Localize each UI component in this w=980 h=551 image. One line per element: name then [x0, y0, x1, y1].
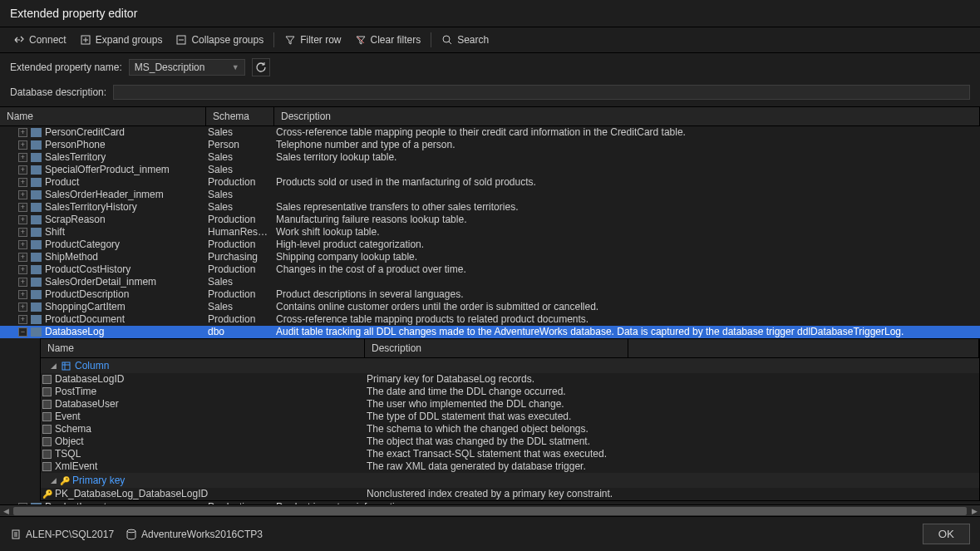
table-row[interactable]: +ShiftHumanResourcesWork shift lookup ta…: [0, 226, 980, 239]
table-row[interactable]: +ProductCostHistoryProductionChanges in …: [0, 263, 980, 276]
column-description[interactable]: The user who implemented the DDL change.: [365, 398, 979, 411]
column-row[interactable]: ObjectThe object that was changed by the…: [41, 435, 979, 448]
table-row[interactable]: +PersonPhonePersonTelephone number and t…: [0, 139, 980, 151]
expand-toggle-icon[interactable]: +: [18, 253, 27, 262]
clear-filters-button[interactable]: Clear filters: [348, 31, 428, 49]
table-description[interactable]: Products sold or used in the manfacturin…: [274, 176, 980, 189]
column-name: Object: [55, 435, 84, 448]
table-row[interactable]: +ShoppingCartItemSalesContains online cu…: [0, 301, 980, 313]
column-row[interactable]: XmlEventThe raw XML data generated by da…: [41, 460, 979, 473]
property-name-label: Extended property name:: [10, 61, 122, 73]
column-header-description[interactable]: Description: [274, 107, 980, 125]
expand-toggle-icon[interactable]: +: [18, 240, 27, 249]
horizontal-scrollbar[interactable]: ◀ ▶: [0, 504, 980, 516]
scroll-left-icon[interactable]: ◀: [0, 505, 12, 517]
table-row[interactable]: +ScrapReasonProductionManufacturing fail…: [0, 214, 980, 226]
table-row[interactable]: +SalesOrderHeader_inmemSales: [0, 189, 980, 201]
table-row[interactable]: +PersonCreditCardSalesCross-reference ta…: [0, 126, 980, 139]
expand-toggle-icon[interactable]: +: [18, 290, 27, 299]
property-name-select[interactable]: MS_Description ▼: [129, 59, 245, 76]
column-row[interactable]: DatabaseLogIDPrimary key for DatabaseLog…: [41, 373, 979, 386]
column-row[interactable]: TSQLThe exact Transact-SQL statement tha…: [41, 448, 979, 460]
expand-toggle-icon[interactable]: +: [18, 128, 27, 137]
filter-row-button[interactable]: Filter row: [278, 31, 347, 49]
group-header-column[interactable]: ◢Column: [41, 358, 979, 373]
column-description[interactable]: The raw XML data generated by database t…: [365, 460, 979, 473]
table-row[interactable]: +SalesTerritorySalesSales territory look…: [0, 151, 980, 164]
table-icon: [31, 215, 42, 224]
scroll-right-icon[interactable]: ▶: [968, 505, 980, 517]
column-row[interactable]: SchemaThe schema to which the changed ob…: [41, 423, 979, 435]
grid[interactable]: Name Schema Description +PersonCreditCar…: [0, 106, 980, 504]
column-description[interactable]: The object that was changed by the DDL s…: [365, 435, 979, 448]
table-description[interactable]: Audit table tracking all DDL changes mad…: [274, 326, 980, 338]
column-row[interactable]: PostTimeThe date and time the DDL change…: [41, 386, 979, 398]
expand-toggle-icon[interactable]: +: [18, 203, 27, 212]
column-name: TSQL: [55, 448, 81, 460]
toolbar: Connect Expand groups Collapse groups Fi…: [0, 27, 980, 53]
expand-toggle-icon[interactable]: +: [18, 140, 27, 150]
chevron-down-icon: ◢: [51, 362, 57, 370]
expand-toggle-icon[interactable]: +: [18, 178, 27, 187]
table-description[interactable]: Sales representative transfers to other …: [274, 201, 980, 214]
column-row[interactable]: DatabaseUserThe user who implemented the…: [41, 398, 979, 411]
column-row[interactable]: EventThe type of DDL statement that was …: [41, 411, 979, 423]
expand-toggle-icon[interactable]: +: [18, 315, 27, 324]
table-row[interactable]: +ProductDocumentProductionCross-referenc…: [0, 313, 980, 326]
column-description[interactable]: The schema to which the changed object b…: [365, 423, 979, 435]
column-name: DatabaseLogID: [55, 373, 124, 386]
group-label: Primary key: [72, 475, 125, 486]
expand-toggle-icon[interactable]: +: [18, 215, 27, 224]
ok-button[interactable]: OK: [923, 524, 970, 544]
expand-toggle-icon[interactable]: +: [18, 165, 27, 175]
scroll-thumb[interactable]: [13, 507, 967, 515]
table-description[interactable]: Manufacturing failure reasons lookup tab…: [274, 214, 980, 226]
expand-toggle-icon[interactable]: +: [18, 278, 27, 287]
table-description[interactable]: High-level product categorization.: [274, 239, 980, 251]
column-header-name[interactable]: Name: [0, 107, 206, 125]
pk-row[interactable]: 🔑PK_DatabaseLog_DatabaseLogIDNonclustere…: [41, 488, 979, 500]
expand-toggle-icon[interactable]: +: [18, 265, 27, 274]
status-server: ALEN-PC\SQL2017: [10, 529, 114, 540]
column-description[interactable]: The exact Transact-SQL statement that wa…: [365, 448, 979, 460]
table-description[interactable]: Product descriptions in several language…: [274, 288, 980, 301]
column-description[interactable]: Primary key for DatabaseLog records.: [365, 373, 979, 386]
search-button[interactable]: Search: [435, 31, 495, 49]
table-row[interactable]: +ProductDescriptionProductionProduct des…: [0, 288, 980, 301]
expand-toggle-icon[interactable]: +: [18, 190, 27, 199]
table-name: Product: [45, 176, 79, 189]
expand-toggle-icon[interactable]: +: [18, 153, 27, 162]
window-title: Extended property editor: [0, 0, 980, 27]
expand-groups-button[interactable]: Expand groups: [73, 31, 170, 49]
connect-button[interactable]: Connect: [7, 31, 73, 49]
column-description[interactable]: The date and time the DDL change occurre…: [365, 386, 979, 398]
table-description[interactable]: Shipping company lookup table.: [274, 251, 980, 263]
table-description[interactable]: Cross-reference table mapping products t…: [274, 313, 980, 326]
table-description[interactable]: Sales territory lookup table.: [274, 151, 980, 164]
database-description-input[interactable]: [113, 85, 970, 100]
collapse-toggle-icon[interactable]: −: [18, 327, 27, 337]
table-row[interactable]: +SpecialOfferProduct_inmemSales: [0, 164, 980, 176]
table-description[interactable]: Cross-reference table mapping people to …: [274, 126, 980, 139]
table-row[interactable]: +ProductCategoryProductionHigh-level pro…: [0, 239, 980, 251]
expand-toggle-icon[interactable]: +: [18, 228, 27, 237]
collapse-groups-button[interactable]: Collapse groups: [169, 31, 270, 49]
table-description[interactable]: Changes in the cost of a product over ti…: [274, 263, 980, 276]
table-row[interactable]: +SalesOrderDetail_inmemSales: [0, 276, 980, 288]
table-icon: [31, 178, 42, 187]
detail-col-description[interactable]: Description: [365, 339, 628, 357]
detail-col-name[interactable]: Name: [41, 339, 365, 357]
group-header-primary-key[interactable]: ◢🔑Primary key: [41, 473, 979, 488]
column-description[interactable]: The type of DDL statement that was execu…: [365, 411, 979, 423]
column-header-schema[interactable]: Schema: [206, 107, 274, 125]
table-row[interactable]: +SalesTerritoryHistorySalesSales represe…: [0, 201, 980, 214]
pk-description[interactable]: Nonclustered index created by a primary …: [365, 488, 979, 500]
table-row[interactable]: +ShipMethodPurchasingShipping company lo…: [0, 251, 980, 263]
table-description[interactable]: Work shift lookup table.: [274, 226, 980, 239]
table-description[interactable]: Telephone number and type of a person.: [274, 139, 980, 151]
expand-toggle-icon[interactable]: +: [18, 303, 27, 312]
refresh-button[interactable]: [252, 58, 270, 76]
table-row[interactable]: +ProductProductionProducts sold or used …: [0, 176, 980, 189]
table-description[interactable]: Contains online customer orders until th…: [274, 301, 980, 313]
table-row[interactable]: −DatabaseLogdboAudit table tracking all …: [0, 326, 980, 338]
